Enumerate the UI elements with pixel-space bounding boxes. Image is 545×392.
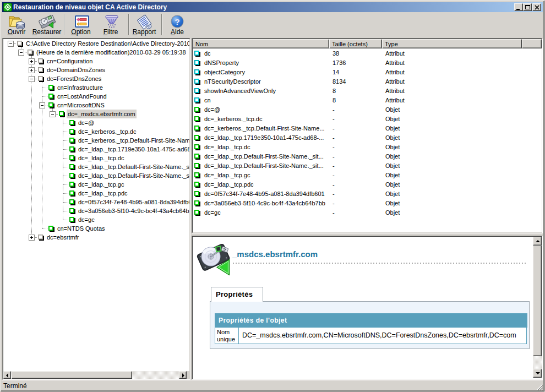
svg-text:?: ?	[175, 17, 179, 26]
